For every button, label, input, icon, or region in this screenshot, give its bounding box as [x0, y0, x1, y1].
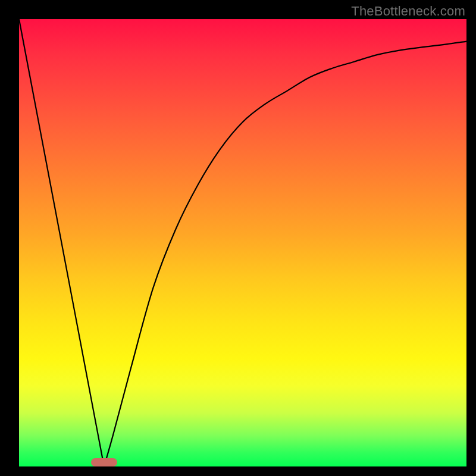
chart-frame: TheBottleneck.com	[0, 0, 476, 476]
bottleneck-indicator	[91, 458, 117, 466]
plot-area	[19, 19, 466, 466]
watermark-text: TheBottleneck.com	[351, 4, 465, 19]
bottleneck-curve	[19, 19, 466, 466]
